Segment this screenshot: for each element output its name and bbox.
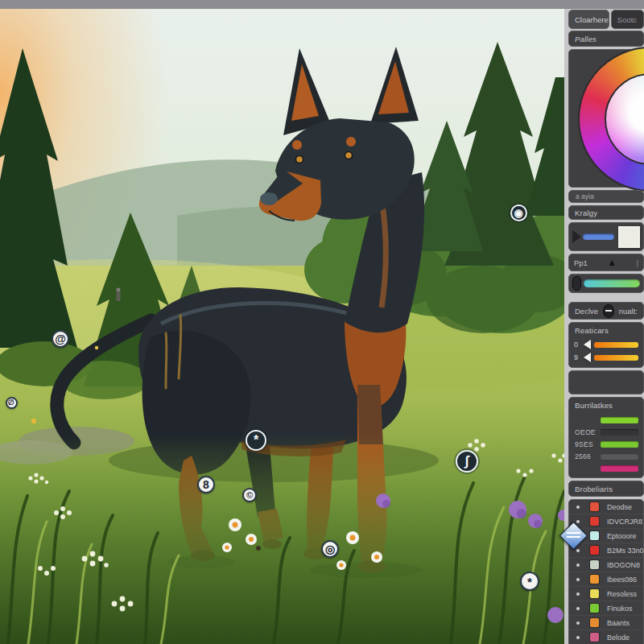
layer-color-swatch[interactable]	[590, 517, 599, 526]
reaticars-slider-row: 0	[569, 338, 643, 351]
canvas-annotation-badge[interactable]: @	[52, 330, 69, 348]
burrilatkes-row: 9SES	[569, 439, 643, 449]
slider-handle-icon[interactable]	[584, 340, 591, 349]
sidebar-tabs: CloarhereSootc	[568, 10, 644, 29]
canvas-annotation-badge[interactable]: ◉	[510, 204, 527, 221]
layer-name: Belode	[607, 634, 630, 642]
pp-tick: |	[637, 258, 638, 267]
app-window: @∅◉*8©∫◎* CloarhereSootc Palles a ayia K…	[0, 0, 644, 644]
color-swatch-preview[interactable]	[618, 226, 640, 248]
layer-visibility-dot-icon[interactable]	[576, 549, 580, 552]
gradient-range-slider[interactable]	[594, 342, 638, 348]
layer-row[interactable]: B2Ms 33n0	[569, 543, 643, 557]
layer-color-swatch[interactable]	[590, 575, 599, 584]
value-bar[interactable]	[601, 465, 638, 472]
gradient-slider-handle[interactable]	[572, 276, 581, 291]
layer-visibility-dot-icon[interactable]	[576, 592, 580, 596]
layer-name: Eptooore	[607, 532, 637, 540]
canvas-annotation-badge[interactable]: ©	[242, 488, 257, 502]
layer-visibility-dot-icon[interactable]	[576, 564, 580, 567]
layer-color-swatch[interactable]	[590, 618, 599, 627]
tab-cloarhere[interactable]: Cloarhere	[568, 10, 609, 29]
layer-color-swatch[interactable]	[590, 531, 599, 540]
layer-row[interactable]: Ibees086	[569, 572, 643, 586]
color-section-label: Kralgy	[569, 206, 643, 220]
slider-value: 9	[574, 353, 580, 361]
layer-color-swatch[interactable]	[590, 633, 599, 642]
layer-visibility-dot-icon[interactable]	[576, 506, 580, 509]
layer-color-swatch[interactable]	[590, 604, 599, 613]
layer-row[interactable]: Resoless	[569, 586, 643, 601]
burrilatkes-row	[569, 415, 643, 425]
reaticars-panel: Reaticars 09	[568, 322, 644, 368]
reaticars-slider-row: 9	[569, 351, 643, 364]
canvas-annotation-badge[interactable]: ∅	[6, 397, 18, 409]
canvas-annotation-badge[interactable]: *	[246, 430, 266, 451]
artwork-dog-meadow	[0, 9, 564, 644]
burrilatkes-row: 2566	[569, 451, 643, 461]
color-wheel[interactable]	[578, 47, 644, 192]
value-bar[interactable]	[601, 453, 638, 460]
empty-panel	[568, 370, 644, 394]
burrilatkes-row: OEOE	[569, 427, 643, 437]
declve-label: Declve	[575, 307, 598, 316]
palettes-header-label: Palles	[569, 31, 643, 47]
canvas-annotation-badge[interactable]: 8	[197, 476, 215, 493]
layer-visibility-dot-icon[interactable]	[576, 520, 580, 523]
layer-color-swatch[interactable]	[590, 589, 599, 598]
layers-list-panel: DeodseIDVCRJR8EptoooreB2Ms 33n0IBOGON8Ib…	[568, 499, 644, 644]
collapse-minus-icon[interactable]	[603, 304, 614, 318]
layer-name: Baants	[607, 619, 630, 627]
pp-row-panel: Pp1 ▲ |	[568, 254, 644, 271]
layer-row[interactable]: Finukos	[569, 601, 643, 615]
layer-row[interactable]: Baants	[569, 615, 643, 630]
palettes-header-panel[interactable]: Palles	[568, 31, 644, 47]
layer-color-swatch[interactable]	[590, 546, 599, 555]
layer-name: B2Ms 33n0	[607, 547, 644, 555]
canvas-annotation-badge[interactable]: *	[520, 572, 539, 591]
spinner-up-icon[interactable]: ▲	[588, 257, 637, 268]
layer-visibility-dot-icon[interactable]	[576, 607, 580, 610]
value-bar[interactable]	[601, 429, 638, 436]
tab-sootc[interactable]: Sootc	[611, 10, 644, 29]
layer-row[interactable]: IBOGON8	[569, 557, 643, 572]
slider-handle-icon[interactable]	[572, 230, 581, 243]
slider-handle-icon[interactable]	[584, 353, 591, 362]
layer-color-swatch[interactable]	[590, 560, 599, 569]
canvas-annotation-badge[interactable]: ∫	[456, 450, 478, 473]
section-bar-label: a ayia	[576, 192, 594, 200]
declve-row-panel: Declve nualt:	[568, 302, 644, 320]
blue-slider-panel	[568, 222, 644, 251]
color-wheel-panel	[568, 49, 644, 188]
canvas-annotation-badge[interactable]: ◎	[321, 540, 339, 558]
layer-row[interactable]: IDVCRJR8	[569, 514, 643, 528]
blue-slider[interactable]	[583, 233, 614, 240]
color-section-header[interactable]: Kralgy	[568, 205, 644, 220]
burrilatkes-header: Burrilatkes	[569, 398, 643, 413]
burrilatkes-row	[569, 463, 643, 473]
burrilatkes-panel: Burrilatkes OEOE9SES2566	[568, 397, 644, 478]
row-label: 2566	[575, 452, 597, 460]
row-label: OEOE	[575, 428, 597, 436]
window-top-bar	[0, 0, 644, 9]
value-bar[interactable]	[601, 441, 638, 448]
layer-name: Deodse	[607, 503, 632, 511]
layer-visibility-dot-icon[interactable]	[576, 578, 580, 581]
layer-color-swatch[interactable]	[590, 502, 599, 511]
color-wheel-inner-disc[interactable]	[605, 73, 644, 165]
layers-header-panel[interactable]: Brobeliaris	[568, 481, 644, 497]
layers-header-label: Brobeliaris	[569, 481, 643, 497]
layer-visibility-dot-icon[interactable]	[576, 636, 580, 639]
slider-value: 0	[574, 341, 580, 349]
gradient-slider-panel	[568, 274, 644, 293]
pp-label: Pp1	[574, 258, 588, 267]
gradient-range-slider[interactable]	[594, 355, 638, 361]
section-bar[interactable]: a ayia	[568, 190, 644, 203]
gradient-slider[interactable]	[584, 279, 640, 287]
value-bar[interactable]	[601, 417, 638, 423]
layer-visibility-dot-icon[interactable]	[576, 621, 580, 625]
sidebar: CloarhereSootc Palles a ayia Kralgy Pp1 …	[568, 10, 644, 644]
layer-row[interactable]: Deodse	[569, 500, 643, 514]
canvas-viewport[interactable]: @∅◉*8©∫◎*	[0, 9, 564, 644]
layer-row[interactable]: Belode	[569, 630, 643, 644]
